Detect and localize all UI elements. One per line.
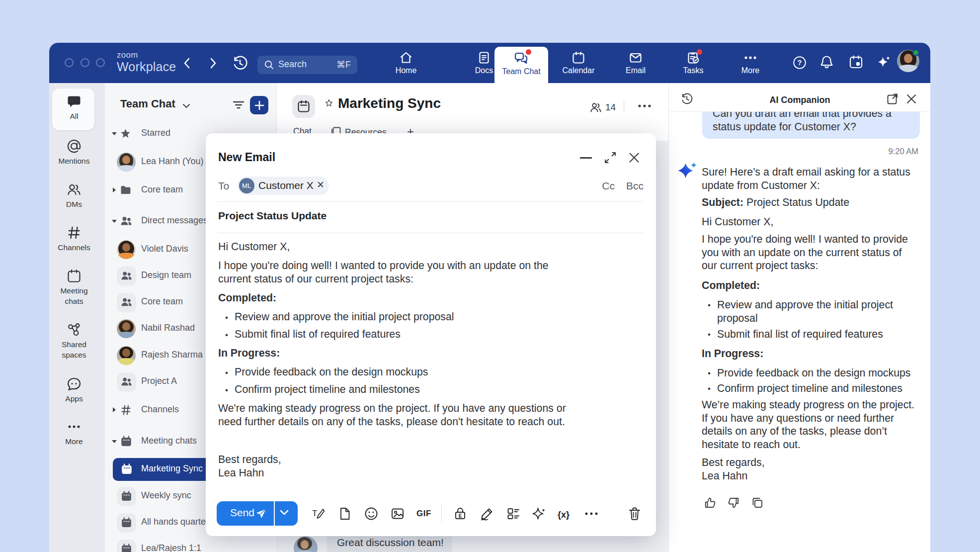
svg-text:?: ? [798,59,802,67]
svg-text:E: E [459,513,462,519]
svg-text:T: T [312,509,317,518]
